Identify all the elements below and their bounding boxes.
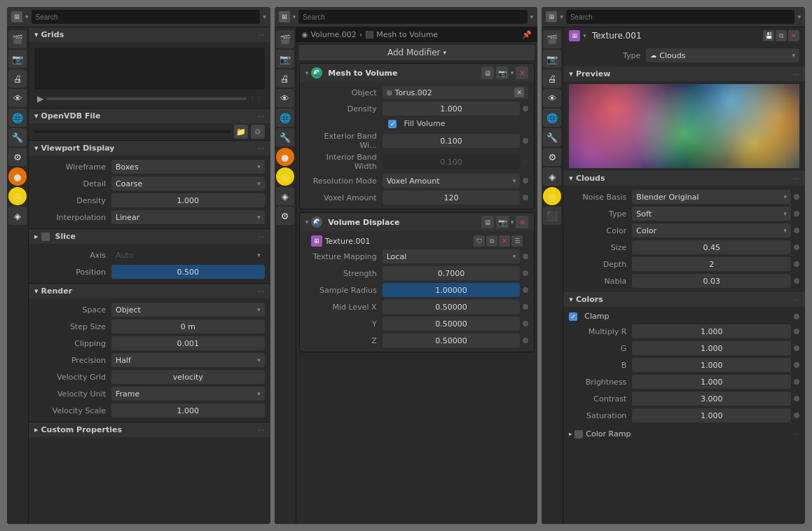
brightness-input[interactable]: 1.000 bbox=[632, 375, 791, 389]
clouds-color-select[interactable]: Color bbox=[632, 223, 791, 237]
mtv-collapse-icon[interactable]: ▾ bbox=[305, 69, 309, 76]
voxel-amount-input[interactable]: 120 bbox=[383, 191, 521, 205]
right-sidebar-icon-5[interactable]: 🌐 bbox=[543, 109, 561, 127]
right-sidebar-icon-8[interactable]: ◈ bbox=[543, 167, 561, 186]
sidebar-icon-view[interactable]: 👁 bbox=[8, 89, 27, 107]
precision-select[interactable]: Half bbox=[111, 353, 265, 367]
viewport-section-header[interactable]: ▾ Viewport Display ··· bbox=[29, 141, 270, 156]
center-sidebar-icon-4[interactable]: 👁 bbox=[276, 89, 294, 107]
vd-expand-icon[interactable]: ▾ bbox=[511, 219, 514, 226]
velocity-unit-select[interactable]: Frame bbox=[111, 387, 265, 401]
color-ramp-header[interactable]: ▸ Color Ramp ··· bbox=[563, 427, 805, 441]
sidebar-icon-particles[interactable]: ◎ bbox=[8, 187, 27, 205]
right-sidebar-icon-10[interactable]: ⬛ bbox=[543, 207, 561, 225]
clouds-color-dot[interactable] bbox=[794, 228, 799, 233]
depth-dot[interactable] bbox=[794, 261, 799, 267]
vd-monitor-btn[interactable]: 🖥 bbox=[481, 216, 494, 228]
mid-level-x-input[interactable]: 0.50000 bbox=[383, 300, 521, 314]
size-input[interactable]: 0.45 bbox=[632, 240, 791, 254]
wireframe-select[interactable]: Boxes bbox=[111, 160, 265, 174]
sample-radius-dot[interactable] bbox=[523, 287, 528, 293]
openvdb-file-input[interactable] bbox=[34, 130, 231, 133]
colors-section-header[interactable]: ▾ Colors ··· bbox=[563, 292, 805, 307]
noise-basis-select[interactable]: Blender Original bbox=[632, 190, 791, 204]
clouds-type-select[interactable]: Soft bbox=[632, 207, 791, 221]
texture-copy-btn[interactable]: ⧉ bbox=[776, 30, 787, 41]
breadcrumb-object[interactable]: Volume.002 bbox=[310, 30, 356, 39]
tex-mapping-dot[interactable] bbox=[523, 254, 528, 259]
ext-band-input[interactable]: 0.100 bbox=[383, 134, 521, 148]
slice-section-header[interactable]: ▸ Slice ··· bbox=[29, 229, 270, 244]
multiply-r-dot[interactable] bbox=[794, 329, 799, 334]
vd-collapse-icon[interactable]: ▾ bbox=[305, 219, 309, 226]
sidebar-icon-scene[interactable]: 🎬 bbox=[8, 30, 27, 48]
nabla-dot[interactable] bbox=[794, 278, 799, 284]
add-modifier-button[interactable]: Add Modifier bbox=[299, 45, 535, 60]
panel-center-menu-icon[interactable]: ⊞ bbox=[279, 11, 290, 22]
mid-z-dot[interactable] bbox=[523, 338, 528, 343]
multiply-r-input[interactable]: 1.000 bbox=[632, 324, 791, 338]
center-sidebar-icon-5[interactable]: 🌐 bbox=[276, 109, 294, 127]
right-sidebar-icon-6[interactable]: 🔧 bbox=[543, 128, 561, 146]
sidebar-icon-modifier[interactable]: ● bbox=[8, 167, 27, 186]
vd-close-btn[interactable]: ✕ bbox=[516, 216, 528, 228]
space-select[interactable]: Object bbox=[111, 303, 265, 317]
mid-level-z-input[interactable]: 0.50000 bbox=[383, 333, 521, 347]
position-input[interactable]: 0.500 bbox=[111, 265, 265, 279]
sidebar-icon-physics[interactable]: ◈ bbox=[8, 207, 27, 225]
sidebar-icon-output[interactable]: 🖨 bbox=[8, 69, 27, 88]
step-size-input[interactable]: 0 m bbox=[111, 319, 265, 333]
sidebar-icon-object[interactable]: ⚙ bbox=[8, 148, 27, 166]
center-sidebar-icon-9[interactable]: ◈ bbox=[276, 187, 294, 205]
mtv-close-btn[interactable]: ✕ bbox=[516, 67, 528, 79]
vd-copy-btn[interactable]: ⧉ bbox=[486, 235, 497, 247]
breadcrumb-modifier[interactable]: Mesh to Volume bbox=[376, 30, 438, 39]
nabla-input[interactable]: 0.03 bbox=[632, 274, 791, 288]
right-sidebar-icon-2[interactable]: 📷 bbox=[543, 50, 561, 68]
size-dot[interactable] bbox=[794, 244, 799, 250]
density-input[interactable]: 1.000 bbox=[111, 193, 265, 207]
progress-bar[interactable] bbox=[46, 97, 246, 100]
center-sidebar-icon-3[interactable]: 🖨 bbox=[276, 69, 294, 88]
center-sidebar-icon-10[interactable]: ⚙ bbox=[276, 207, 294, 225]
mid-level-y-input[interactable]: 0.50000 bbox=[383, 317, 521, 331]
mtv-monitor-btn[interactable]: 🖥 bbox=[481, 67, 494, 79]
interpolation-select[interactable]: Linear bbox=[111, 210, 265, 224]
center-sidebar-icon-1[interactable]: 🎬 bbox=[276, 30, 294, 48]
openvdb-section-header[interactable]: ▾ OpenVDB File ··· bbox=[29, 109, 270, 123]
b-dot[interactable] bbox=[794, 362, 799, 368]
saturation-dot[interactable] bbox=[794, 413, 799, 418]
openvdb-gear-icon[interactable]: 📁 bbox=[234, 125, 248, 139]
render-section-header[interactable]: ▾ Render ··· bbox=[29, 284, 270, 298]
type-select[interactable]: ☁ Clouds bbox=[646, 48, 799, 62]
clamp-checkbox[interactable]: ✓ bbox=[569, 312, 577, 321]
clouds-section-header[interactable]: ▾ Clouds ··· bbox=[563, 171, 805, 186]
velocity-grid-input[interactable]: velocity bbox=[111, 370, 265, 384]
contrast-input[interactable]: 3.000 bbox=[632, 392, 791, 406]
right-search-input[interactable] bbox=[566, 10, 795, 24]
mid-x-dot[interactable] bbox=[523, 304, 528, 310]
b-input[interactable]: 1.000 bbox=[632, 358, 791, 372]
mtv-density-dot[interactable] bbox=[523, 106, 528, 111]
strength-input[interactable]: 0.7000 bbox=[383, 266, 521, 280]
center-sidebar-icon-6[interactable]: 🔧 bbox=[276, 128, 294, 146]
right-sidebar-icon-3[interactable]: 🖨 bbox=[543, 69, 561, 88]
velocity-scale-input[interactable]: 1.000 bbox=[111, 404, 265, 418]
texture-name[interactable]: Texture.001 bbox=[592, 31, 760, 41]
preview-section-header[interactable]: ▾ Preview ··· bbox=[563, 67, 805, 81]
tex-mapping-select[interactable]: Local bbox=[383, 249, 521, 263]
mtv-expand-icon[interactable]: ▾ bbox=[511, 69, 514, 76]
mtv-density-input[interactable]: 1.000 bbox=[383, 102, 521, 116]
play-button[interactable]: ▶ bbox=[37, 94, 43, 104]
color-ramp-checkbox[interactable] bbox=[574, 430, 583, 439]
breadcrumb-pin-icon[interactable]: 📌 bbox=[522, 30, 532, 39]
custom-props-header[interactable]: ▸ Custom Properties ··· bbox=[29, 422, 270, 437]
mtv-camera-btn[interactable]: 📷 bbox=[496, 67, 509, 79]
res-mode-select[interactable]: Voxel Amount bbox=[383, 174, 521, 188]
sidebar-icon-render[interactable]: 📷 bbox=[8, 50, 27, 68]
right-sidebar-yellow-circle[interactable]: ◎ bbox=[543, 187, 561, 205]
clouds-type-dot[interactable] bbox=[794, 211, 799, 216]
noise-basis-dot[interactable] bbox=[794, 194, 799, 200]
slice-checkbox[interactable] bbox=[41, 233, 50, 241]
vd-unlink-btn[interactable]: ✕ bbox=[499, 235, 510, 247]
